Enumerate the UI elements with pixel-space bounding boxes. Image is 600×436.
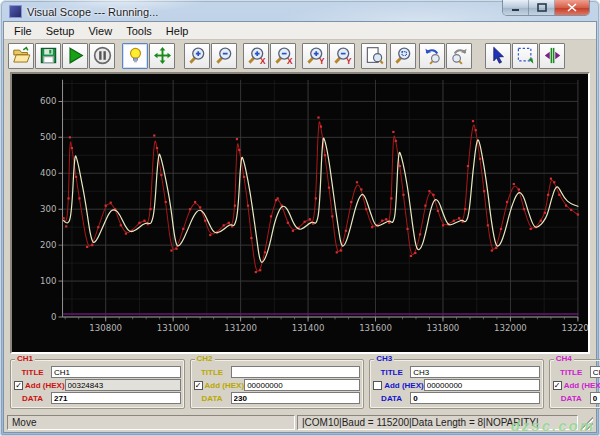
zoom-window-icon [394,46,413,65]
x-tick-label: 132000 [494,323,527,333]
pause-icon [93,46,112,65]
move-icon [153,46,172,65]
zoom-x-out-button[interactable]: X [270,43,296,69]
status-bar: Move |COM10|Baud = 115200|Data Length = … [4,412,596,432]
toolbar: XXYY [4,40,596,71]
save-button[interactable] [35,43,61,69]
add-hex-label: Add (HEX) [384,381,424,390]
x-tick-label: 131200 [224,323,257,333]
pause-button[interactable] [89,43,115,69]
channel-legend: CH2 [195,354,215,363]
channel-groupbox-ch3: CH3TITLEAdd (HEX)DATA [369,359,544,409]
menu-file[interactable]: File [7,23,39,39]
select-icon [516,46,535,65]
data-label: DATA [194,394,231,403]
y-tick-label: 500 [40,132,56,142]
close-button[interactable] [555,0,589,15]
y-tick-label: 300 [40,204,56,214]
channel-strip: CH1TITLE✓Add (HEX)DATACH2TITLE✓Add (HEX)… [4,356,596,412]
scope-chart-panel[interactable]: 0100200300400500600130800131000131200131… [10,72,590,354]
title-input[interactable] [410,366,540,378]
run-icon [66,46,85,65]
zoom-y-in-button[interactable]: Y [302,43,328,69]
zoom-fit-button[interactable] [361,43,387,69]
scope-chart[interactable]: 0100200300400500600130800131000131200131… [12,74,588,352]
title-label: TITLE [194,368,231,377]
x-tick-label: 131600 [359,323,392,333]
menu-tools[interactable]: Tools [119,23,159,39]
light-button[interactable] [122,43,148,69]
menu-help[interactable]: Help [159,23,196,39]
window-title: Visual Scope --- Running... [27,6,158,18]
add-hex-input[interactable] [424,379,540,391]
zoom-redo-button[interactable] [446,43,472,69]
zoom-y-in-icon: Y [306,46,325,65]
channel-groupbox-ch2: CH2TITLE✓Add (HEX)DATA [190,359,365,409]
add-hex-label: Add (HEX) [25,381,65,390]
trace-ch1 [64,122,578,272]
svg-text:Y: Y [346,56,352,65]
cursor-button[interactable] [485,43,511,69]
x-tick-label: 131800 [427,323,460,333]
title-input[interactable] [590,366,600,378]
measure-icon [543,46,562,65]
minimize-button[interactable] [503,0,529,15]
zoom-fit-icon [365,46,384,65]
data-value-input[interactable] [231,392,361,404]
resize-grip[interactable] [580,417,593,430]
channel-groupbox-ch4: CH4TITLE✓Add (HEX)DATA [549,359,600,409]
svg-text:X: X [287,56,293,65]
zoom-y-out-button[interactable]: Y [329,43,355,69]
x-tick-label: 131000 [157,323,190,333]
zoom-in-button[interactable] [184,43,210,69]
zoom-out-button[interactable] [211,43,237,69]
add-hex-label: Add (HEX) [205,381,245,390]
x-tick-label: 131400 [292,323,325,333]
add-hex-checkbox[interactable]: ✓ [14,381,23,390]
zoom-undo-button[interactable] [419,43,445,69]
move-button[interactable] [149,43,175,69]
trace-ch2 [64,138,578,262]
zoom-in-icon [188,46,207,65]
add-hex-input[interactable] [65,379,181,391]
menu-bar: FileSetupViewToolsHelp [4,22,596,40]
add-hex-label: Add (HEX) [564,381,600,390]
title-input[interactable] [51,366,181,378]
zoom-x-out-icon: X [274,46,293,65]
light-icon [126,46,145,65]
caption-buttons [503,0,589,15]
save-icon [39,46,58,65]
channel-legend: CH1 [15,354,35,363]
y-tick-label: 400 [40,168,56,178]
add-hex-checkbox[interactable] [373,381,382,390]
add-hex-checkbox[interactable]: ✓ [194,381,203,390]
zoom-y-out-icon: Y [333,46,352,65]
zoom-x-in-icon: X [247,46,266,65]
channel-groupbox-ch1: CH1TITLE✓Add (HEX)DATA [10,359,185,409]
add-hex-input[interactable] [244,379,360,391]
measure-button[interactable] [539,43,565,69]
app-icon [9,5,22,18]
data-value-input[interactable] [51,392,181,404]
y-tick-label: 200 [40,240,56,250]
title-label: TITLE [14,368,51,377]
app-window: Visual Scope --- Running... FileSetupVie… [0,0,600,436]
select-button[interactable] [512,43,538,69]
add-hex-checkbox[interactable]: ✓ [553,381,562,390]
zoom-undo-icon [423,46,442,65]
data-label: DATA [553,394,590,403]
run-button[interactable] [62,43,88,69]
title-bar[interactable]: Visual Scope --- Running... [3,0,597,21]
title-input[interactable] [231,366,361,378]
zoom-x-in-button[interactable]: X [243,43,269,69]
open-button[interactable] [8,43,34,69]
y-tick-label: 0 [51,312,56,322]
data-value-input[interactable] [410,392,540,404]
maximize-button[interactable] [529,0,555,15]
menu-view[interactable]: View [81,23,119,39]
zoom-window-button[interactable] [390,43,416,69]
data-value-input[interactable] [590,392,600,404]
channel-legend: CH4 [554,354,574,363]
menu-setup[interactable]: Setup [39,23,82,39]
x-tick-label: 130800 [89,323,122,333]
